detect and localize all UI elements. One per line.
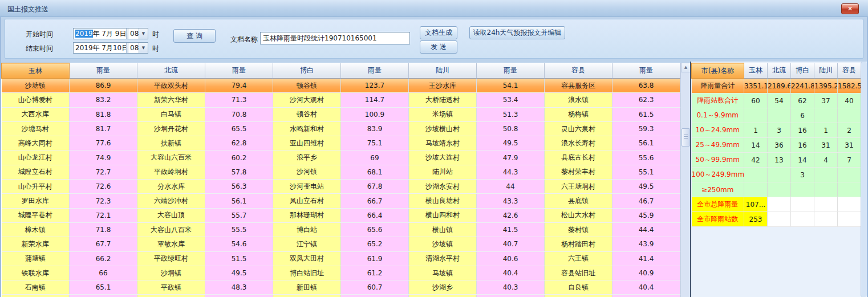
summary-row-label[interactable]: 10～24.9mm [692,123,744,138]
rain-value-cell[interactable]: 79.4 [205,79,273,93]
station-name-cell[interactable]: 城隍平巷村 [2,208,70,222]
station-name-cell[interactable]: 那林珊瑚村 [273,208,341,222]
station-name-cell[interactable]: 大桥陆透村 [409,93,477,107]
chevron-down-icon[interactable]: ▼ [139,43,148,53]
main-header-1[interactable]: 雨量 [70,63,137,79]
rain-value-cell[interactable]: 86.9 [70,79,137,93]
station-name-cell[interactable]: 分水水库 [137,180,205,194]
rain-value-cell[interactable]: 43.3 [477,194,545,208]
station-name-cell[interactable]: 沙湖永安村 [409,180,477,194]
station-name-cell[interactable]: 横山镇 [409,222,477,237]
station-name-cell[interactable]: 米场镇 [409,107,477,121]
station-name-cell[interactable]: 沙塘镇 [2,79,70,93]
summary-value-cell[interactable]: 107... [744,197,768,212]
main-header-5[interactable]: 雨量 [341,63,409,79]
station-name-cell[interactable]: 新荣六华村 [137,93,205,107]
summary-row[interactable]: 50～99.9mm42131447 [692,153,861,168]
rain-value-cell[interactable]: 77.6 [70,136,137,150]
table-row[interactable]: 高峰大同村77.6扶新镇62.8亚山四维村75.1马坡靖东村49.5浪水长寿村5… [2,136,680,150]
summary-value-cell[interactable]: 54 [768,93,791,108]
station-name-cell[interactable]: 清湖永平村 [409,251,477,266]
summary-row-label[interactable]: 50～99.9mm [692,153,744,168]
rain-value-cell[interactable]: 71.8 [70,222,137,237]
station-name-cell[interactable]: 新田镇 [273,280,341,295]
rain-value-cell[interactable]: 60.2 [205,150,273,165]
station-name-cell[interactable]: 樟木镇 [2,222,70,237]
summary-header-5[interactable]: 容县 [838,63,861,79]
table-row[interactable]: 铁联水库66沙垌镇49.5博白站旧址61.2马坡镇40.4容县站旧址40.9 [2,266,680,280]
summary-row-label[interactable]: 全市降雨站数 [692,212,744,227]
rain-value-cell[interactable]: 48.3 [205,280,273,295]
summary-value-cell[interactable] [744,182,768,197]
summary-value-cell[interactable]: 1 [814,123,838,138]
rain-value-cell[interactable]: 56.3 [205,180,273,194]
rain-value-cell[interactable]: 46.7 [613,194,680,208]
summary-row-label[interactable]: 全市总降雨量 [692,197,744,212]
station-name-cell[interactable]: 顿谷村 [273,107,341,121]
rain-value-cell[interactable]: 55.6 [613,150,680,165]
doc-name-input[interactable]: 玉林降雨量时段统计190710165001 [260,32,410,44]
table-row[interactable]: 城隍平巷村72.1大容山顶55.7那林珊瑚村66.4横山四和村42.6松山大水村… [2,208,680,222]
station-name-cell[interactable]: 博白站旧址 [273,266,341,280]
rain-value-cell[interactable]: 72.3 [70,194,137,208]
start-hour-combobox[interactable]: 08 ▼ [128,28,148,39]
summary-value-cell[interactable]: 4 [814,153,838,168]
rain-value-cell[interactable]: 66.2 [70,251,137,266]
summary-value-cell[interactable] [768,212,791,227]
rain-value-cell[interactable]: 66.7 [341,194,409,208]
rain-value-cell[interactable]: 44 [477,180,545,194]
rain-value-cell[interactable]: 65.6 [341,222,409,237]
summary-value-cell[interactable]: 2 [838,123,861,138]
summary-row[interactable]: 25～49.9mm1436163131 [692,138,861,153]
summary-value-cell[interactable]: 14 [744,138,768,153]
read-forecast-button[interactable]: 读取24h天气预报报文并编辑 [469,26,565,39]
rain-value-cell[interactable]: 75.1 [341,136,409,150]
station-name-cell[interactable]: 黎村荣丰村 [545,165,613,179]
summary-value-cell[interactable]: 1582.5 [838,79,861,93]
station-name-cell[interactable]: 大容山顶 [137,208,205,222]
generate-doc-button[interactable]: 文档生成 [420,26,457,39]
summary-value-cell[interactable] [814,197,838,212]
rain-value-cell[interactable]: 72.1 [70,208,137,222]
table-row[interactable]: 石南镇65.1平政镇48.3新田镇60.7沙湖乡40.3自良镇40.4 [2,280,680,295]
rain-value-cell[interactable]: 55.7 [205,208,273,222]
station-name-cell[interactable]: 亚山四维村 [273,136,341,150]
summary-value-cell[interactable] [814,108,838,123]
rain-value-cell[interactable]: 41.4 [613,251,680,266]
summary-value-cell[interactable]: 1395.2 [814,79,838,93]
station-name-cell[interactable]: 沙垌丹花村 [137,121,205,136]
summary-value-cell[interactable]: 31 [814,138,838,153]
summary-value-cell[interactable]: 36 [768,138,791,153]
station-name-cell[interactable]: 山心龙江村 [2,150,70,165]
station-name-cell[interactable]: 王沙水库 [409,79,477,93]
summary-value-cell[interactable]: 42 [744,153,768,168]
summary-scrollbar-track[interactable] [861,62,867,297]
rain-value-cell[interactable]: 62.3 [613,93,680,107]
rain-value-cell[interactable]: 40.7 [477,237,545,251]
end-hour-combobox[interactable]: 08 ▼ [128,42,148,54]
station-name-cell[interactable]: 六王镇 [545,251,613,266]
summary-row[interactable]: 全市总降雨量107... [692,197,861,212]
close-icon[interactable]: ✕ [841,3,859,14]
main-header-9[interactable]: 雨量 [613,63,680,79]
station-name-cell[interactable]: 城隍立石村 [2,165,70,179]
table-row[interactable]: 山心升平村72.6分水水库56.3沙河变电站67.8沙湖永安村44六王塘垌村49… [2,180,680,194]
rain-value-cell[interactable]: 61.9 [341,251,409,266]
station-name-cell[interactable]: 自良镇 [545,280,613,295]
start-date-combobox[interactable]: 2019年 7月 9日 ▼ [73,28,136,39]
summary-row[interactable]: 10～24.9mm131612 [692,123,861,138]
rain-value-cell[interactable]: 40.3 [477,280,545,295]
rain-value-cell[interactable]: 83.2 [70,93,137,107]
station-name-cell[interactable]: 博白站 [273,222,341,237]
summary-value-cell[interactable]: 253 [744,212,768,227]
summary-row-label[interactable]: ≥250mm [692,182,744,197]
rain-value-cell[interactable]: 54.1 [477,79,545,93]
rain-value-cell[interactable]: 81.8 [70,107,137,121]
rain-value-cell[interactable]: 67.7 [70,237,137,251]
table-row[interactable]: 山心博爱村83.2新荣六华村71.3沙河大观村114.7大桥陆透村53.4浪水镇… [2,93,680,107]
rain-value-cell[interactable]: 81.7 [70,121,137,136]
rain-value-cell[interactable]: 83.9 [341,121,409,136]
summary-value-cell[interactable] [791,197,814,212]
rain-value-cell[interactable]: 55.5 [205,222,273,237]
rain-value-cell[interactable]: 63.8 [613,79,680,93]
